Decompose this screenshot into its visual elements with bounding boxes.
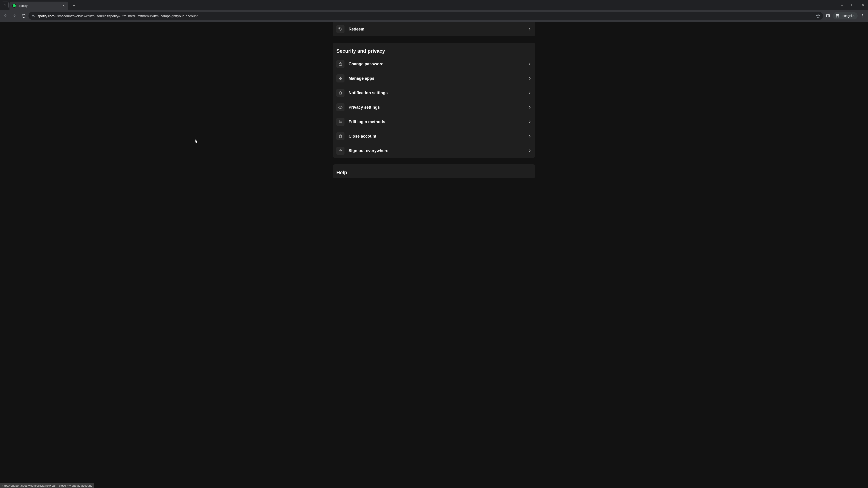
tab-title: Spotify: [19, 4, 28, 7]
arrow-icon: [336, 147, 344, 155]
incognito-label: Incognito: [842, 14, 855, 18]
security-row-label: Manage apps: [348, 76, 374, 81]
security-row-trash[interactable]: Close account: [333, 129, 535, 143]
tab-strip: Spotify: [0, 0, 868, 10]
security-row-arrow[interactable]: Sign out everywhere: [333, 143, 535, 158]
svg-point-15: [862, 14, 863, 15]
svg-point-24: [340, 107, 341, 108]
status-bar: https://support.spotify.com/article/how-…: [0, 483, 94, 488]
window-controls: [837, 0, 868, 10]
lock-icon: [336, 60, 344, 68]
incognito-badge[interactable]: Incognito: [833, 12, 858, 20]
page-viewport: Redeem Security and privacy Change passw…: [0, 22, 868, 488]
payment-row-tag[interactable]: Redeem: [333, 22, 535, 36]
svg-rect-13: [827, 14, 830, 17]
security-row-label: Close account: [348, 134, 376, 139]
svg-rect-5: [852, 4, 853, 6]
status-url: https://support.spotify.com/article/how-…: [2, 484, 92, 487]
payment-card-partial: Redeem: [333, 22, 535, 36]
svg-point-18: [339, 28, 340, 29]
tab-close-button[interactable]: [61, 4, 66, 8]
eye-icon: [336, 103, 344, 111]
tag-icon: [336, 25, 344, 33]
security-card-title: Security and privacy: [333, 43, 535, 57]
bookmark-star-button[interactable]: [816, 13, 820, 18]
chevron-right-icon: [528, 62, 532, 66]
chevron-right-icon: [528, 134, 532, 138]
security-row-label: Edit login methods: [348, 120, 385, 124]
grid-icon: [336, 74, 344, 83]
browser-tab[interactable]: Spotify: [9, 2, 68, 10]
svg-point-25: [339, 121, 340, 121]
security-row-label: Notification settings: [348, 91, 388, 95]
svg-point-10: [32, 15, 32, 16]
chevron-right-icon: [528, 91, 532, 95]
spotify-favicon-icon: [12, 4, 16, 8]
security-card: Security and privacy Change password Man…: [333, 43, 535, 158]
security-row-label: Change password: [348, 62, 383, 66]
chevron-right-icon: [528, 149, 532, 153]
svg-rect-22: [339, 78, 340, 80]
address-bar[interactable]: spotify.com/us/account/overview/?utm_sou…: [29, 12, 823, 20]
svg-rect-21: [341, 77, 342, 78]
svg-rect-23: [341, 78, 342, 80]
url-text: spotify.com/us/account/overview/?utm_sou…: [37, 14, 813, 18]
list-icon: [336, 118, 344, 126]
trash-icon: [336, 132, 344, 140]
new-tab-button[interactable]: [70, 2, 77, 9]
browser-toolbar: spotify.com/us/account/overview/?utm_sou…: [0, 10, 868, 22]
security-row-bell[interactable]: Notification settings: [333, 86, 535, 100]
side-panel-button[interactable]: [824, 12, 832, 20]
page-scroll-area[interactable]: Redeem Security and privacy Change passw…: [0, 22, 868, 488]
site-info-button[interactable]: [31, 14, 35, 18]
chevron-right-icon: [528, 27, 532, 31]
nav-back-button[interactable]: [1, 12, 9, 20]
payment-row-label: Redeem: [348, 27, 364, 32]
bell-icon: [336, 89, 344, 97]
security-row-lock[interactable]: Change password: [333, 57, 535, 71]
browser-menu-button[interactable]: [859, 12, 867, 20]
svg-point-11: [34, 16, 35, 17]
security-row-list[interactable]: Edit login methods: [333, 115, 535, 129]
window-maximize-button[interactable]: [847, 0, 858, 10]
help-card: Help: [333, 164, 535, 178]
svg-rect-20: [339, 77, 340, 78]
svg-point-27: [339, 122, 340, 122]
nav-forward-button[interactable]: [10, 12, 19, 20]
chevron-right-icon: [528, 105, 532, 109]
svg-point-29: [339, 123, 340, 123]
svg-rect-19: [339, 64, 342, 66]
svg-point-17: [862, 17, 863, 18]
security-row-eye[interactable]: Privacy settings: [333, 100, 535, 115]
security-row-label: Privacy settings: [348, 105, 380, 110]
window-close-button[interactable]: [858, 0, 868, 10]
chevron-right-icon: [528, 76, 532, 80]
chevron-right-icon: [528, 120, 532, 124]
tab-search-button[interactable]: [2, 2, 8, 8]
nav-reload-button[interactable]: [20, 12, 28, 20]
svg-marker-12: [816, 14, 820, 18]
security-row-label: Sign out everywhere: [348, 149, 388, 153]
incognito-icon: [835, 13, 840, 18]
security-row-grid[interactable]: Manage apps: [333, 71, 535, 86]
help-card-title: Help: [333, 164, 535, 178]
svg-point-16: [862, 15, 863, 16]
window-minimize-button[interactable]: [837, 0, 847, 10]
